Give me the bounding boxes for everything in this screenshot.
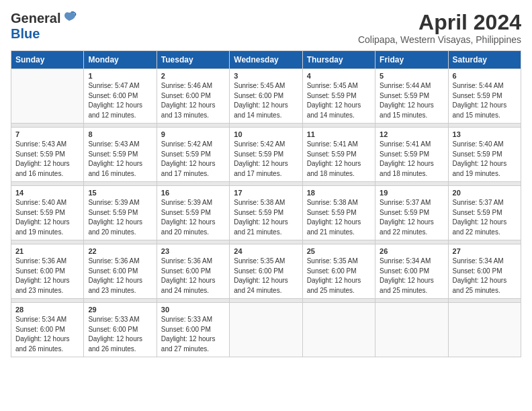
- calendar-cell: 11Sunrise: 5:41 AM Sunset: 5:59 PM Dayli…: [302, 128, 375, 182]
- day-info: Sunrise: 5:42 AM Sunset: 5:59 PM Dayligh…: [234, 140, 298, 179]
- day-info: Sunrise: 5:45 AM Sunset: 5:59 PM Dayligh…: [307, 81, 371, 120]
- day-number: 17: [234, 189, 298, 197]
- calendar-cell: 10Sunrise: 5:42 AM Sunset: 5:59 PM Dayli…: [230, 128, 302, 182]
- day-number: 13: [453, 130, 517, 138]
- calendar-cell: 22Sunrise: 5:36 AM Sunset: 6:00 PM Dayli…: [84, 244, 157, 299]
- day-number: 22: [88, 247, 152, 255]
- day-info: Sunrise: 5:37 AM Sunset: 5:59 PM Dayligh…: [380, 198, 443, 237]
- day-info: Sunrise: 5:43 AM Sunset: 5:59 PM Dayligh…: [15, 140, 79, 179]
- calendar-cell: 4Sunrise: 5:45 AM Sunset: 5:59 PM Daylig…: [302, 69, 375, 124]
- day-info: Sunrise: 5:35 AM Sunset: 6:00 PM Dayligh…: [307, 257, 371, 295]
- calendar-cell: 17Sunrise: 5:38 AM Sunset: 5:59 PM Dayli…: [230, 186, 302, 240]
- day-info: Sunrise: 5:34 AM Sunset: 6:00 PM Dayligh…: [453, 257, 517, 295]
- day-info: Sunrise: 5:43 AM Sunset: 5:59 PM Dayligh…: [88, 140, 152, 179]
- calendar-cell: 2Sunrise: 5:46 AM Sunset: 6:00 PM Daylig…: [157, 69, 229, 124]
- day-number: 20: [453, 189, 517, 197]
- day-info: Sunrise: 5:39 AM Sunset: 5:59 PM Dayligh…: [161, 198, 225, 237]
- calendar-cell: 1Sunrise: 5:47 AM Sunset: 6:00 PM Daylig…: [84, 69, 157, 124]
- day-info: Sunrise: 5:36 AM Sunset: 6:00 PM Dayligh…: [161, 257, 225, 295]
- day-info: Sunrise: 5:45 AM Sunset: 6:00 PM Dayligh…: [234, 81, 298, 120]
- day-number: 11: [307, 130, 371, 138]
- day-info: Sunrise: 5:37 AM Sunset: 5:59 PM Dayligh…: [453, 198, 517, 237]
- calendar-header-monday: Monday: [84, 51, 157, 69]
- calendar-cell: 9Sunrise: 5:42 AM Sunset: 5:59 PM Daylig…: [157, 128, 229, 182]
- calendar-cell: 3Sunrise: 5:45 AM Sunset: 6:00 PM Daylig…: [230, 69, 302, 124]
- day-number: 27: [453, 247, 517, 255]
- day-number: 25: [307, 247, 371, 255]
- day-info: Sunrise: 5:34 AM Sunset: 6:00 PM Dayligh…: [15, 315, 79, 354]
- day-number: 24: [234, 247, 298, 255]
- calendar-cell: 27Sunrise: 5:34 AM Sunset: 6:00 PM Dayli…: [448, 244, 521, 299]
- calendar-cell: 26Sunrise: 5:34 AM Sunset: 6:00 PM Dayli…: [375, 244, 448, 299]
- day-info: Sunrise: 5:44 AM Sunset: 5:59 PM Dayligh…: [380, 81, 443, 120]
- day-number: 8: [88, 130, 152, 138]
- day-info: Sunrise: 5:35 AM Sunset: 6:00 PM Dayligh…: [234, 257, 298, 295]
- day-number: 9: [161, 130, 225, 138]
- logo: General Blue: [11, 11, 77, 42]
- calendar-cell: 6Sunrise: 5:44 AM Sunset: 5:59 PM Daylig…: [448, 69, 521, 124]
- calendar-cell: 29Sunrise: 5:33 AM Sunset: 6:00 PM Dayli…: [84, 303, 157, 357]
- day-number: 4: [307, 72, 371, 80]
- day-info: Sunrise: 5:46 AM Sunset: 6:00 PM Dayligh…: [161, 81, 225, 120]
- day-number: 29: [88, 306, 152, 314]
- location-text: Colipapa, Western Visayas, Philippines: [358, 34, 521, 45]
- day-info: Sunrise: 5:38 AM Sunset: 5:59 PM Dayligh…: [234, 198, 298, 237]
- day-number: 15: [88, 189, 152, 197]
- calendar-header-tuesday: Tuesday: [157, 51, 229, 69]
- day-info: Sunrise: 5:33 AM Sunset: 6:00 PM Dayligh…: [88, 315, 152, 354]
- calendar-cell: 16Sunrise: 5:39 AM Sunset: 5:59 PM Dayli…: [157, 186, 229, 240]
- day-info: Sunrise: 5:34 AM Sunset: 6:00 PM Dayligh…: [380, 257, 443, 295]
- calendar-cell: 12Sunrise: 5:41 AM Sunset: 5:59 PM Dayli…: [375, 128, 448, 182]
- calendar-cell: [375, 303, 448, 357]
- calendar-cell: 30Sunrise: 5:33 AM Sunset: 6:00 PM Dayli…: [157, 303, 229, 357]
- calendar-cell: 8Sunrise: 5:43 AM Sunset: 5:59 PM Daylig…: [84, 128, 157, 182]
- calendar-cell: 14Sunrise: 5:40 AM Sunset: 5:59 PM Dayli…: [11, 186, 84, 240]
- day-info: Sunrise: 5:41 AM Sunset: 5:59 PM Dayligh…: [307, 140, 371, 179]
- day-number: 30: [161, 306, 225, 314]
- calendar-cell: 24Sunrise: 5:35 AM Sunset: 6:00 PM Dayli…: [230, 244, 302, 299]
- calendar-cell: 20Sunrise: 5:37 AM Sunset: 5:59 PM Dayli…: [448, 186, 521, 240]
- calendar-cell: 7Sunrise: 5:43 AM Sunset: 5:59 PM Daylig…: [11, 128, 84, 182]
- calendar-header-thursday: Thursday: [302, 51, 375, 69]
- calendar-cell: [302, 303, 375, 357]
- calendar-table: SundayMondayTuesdayWednesdayThursdayFrid…: [11, 50, 521, 357]
- calendar-header-sunday: Sunday: [11, 51, 84, 69]
- day-info: Sunrise: 5:47 AM Sunset: 6:00 PM Dayligh…: [88, 81, 152, 120]
- day-number: 5: [380, 72, 443, 80]
- calendar-header-wednesday: Wednesday: [230, 51, 302, 69]
- logo-general-text: General: [11, 11, 60, 26]
- day-info: Sunrise: 5:33 AM Sunset: 6:00 PM Dayligh…: [161, 315, 225, 354]
- day-number: 2: [161, 72, 225, 80]
- day-info: Sunrise: 5:41 AM Sunset: 5:59 PM Dayligh…: [380, 140, 443, 179]
- calendar-cell: 21Sunrise: 5:36 AM Sunset: 6:00 PM Dayli…: [11, 244, 84, 299]
- calendar-cell: 25Sunrise: 5:35 AM Sunset: 6:00 PM Dayli…: [302, 244, 375, 299]
- day-info: Sunrise: 5:36 AM Sunset: 6:00 PM Dayligh…: [15, 257, 79, 295]
- day-number: 16: [161, 189, 225, 197]
- day-number: 10: [234, 130, 298, 138]
- day-number: 7: [15, 130, 79, 138]
- title-section: April 2024 Colipapa, Western Visayas, Ph…: [358, 11, 521, 45]
- day-number: 6: [453, 72, 517, 80]
- day-number: 21: [15, 247, 79, 255]
- day-info: Sunrise: 5:40 AM Sunset: 5:59 PM Dayligh…: [15, 198, 79, 237]
- day-number: 3: [234, 72, 298, 80]
- calendar-cell: 15Sunrise: 5:39 AM Sunset: 5:59 PM Dayli…: [84, 186, 157, 240]
- day-number: 1: [88, 72, 152, 80]
- calendar-cell: 18Sunrise: 5:38 AM Sunset: 5:59 PM Dayli…: [302, 186, 375, 240]
- day-info: Sunrise: 5:39 AM Sunset: 5:59 PM Dayligh…: [88, 198, 152, 237]
- calendar-cell: 19Sunrise: 5:37 AM Sunset: 5:59 PM Dayli…: [375, 186, 448, 240]
- logo-bird-icon: [62, 11, 77, 24]
- page-header: General Blue April 2024 Colipapa, Wester…: [11, 11, 521, 45]
- day-number: 26: [380, 247, 443, 255]
- calendar-cell: 13Sunrise: 5:40 AM Sunset: 5:59 PM Dayli…: [448, 128, 521, 182]
- day-number: 23: [161, 247, 225, 255]
- day-info: Sunrise: 5:36 AM Sunset: 6:00 PM Dayligh…: [88, 257, 152, 295]
- day-number: 14: [15, 189, 79, 197]
- calendar-cell: 28Sunrise: 5:34 AM Sunset: 6:00 PM Dayli…: [11, 303, 84, 357]
- day-info: Sunrise: 5:42 AM Sunset: 5:59 PM Dayligh…: [161, 140, 225, 179]
- calendar-cell: 5Sunrise: 5:44 AM Sunset: 5:59 PM Daylig…: [375, 69, 448, 124]
- calendar-cell: [448, 303, 521, 357]
- day-info: Sunrise: 5:40 AM Sunset: 5:59 PM Dayligh…: [453, 140, 517, 179]
- calendar-header-saturday: Saturday: [448, 51, 521, 69]
- month-title: April 2024: [358, 11, 521, 34]
